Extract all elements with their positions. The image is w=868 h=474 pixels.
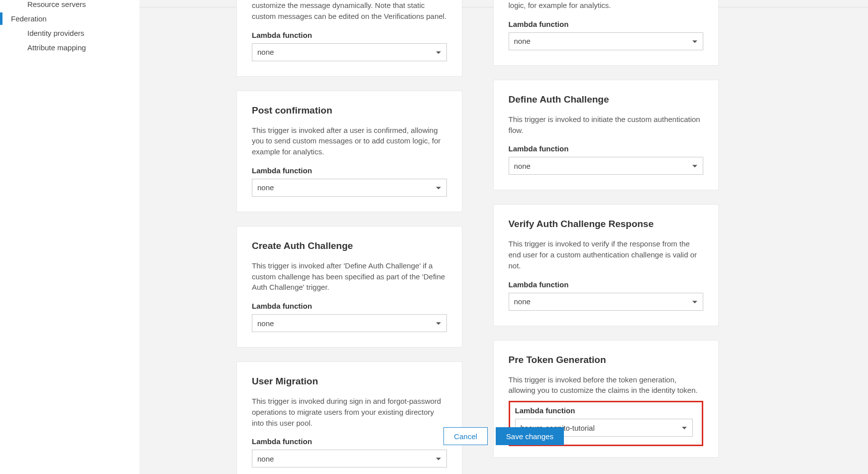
- card-description: This trigger is invoked during sign in a…: [252, 396, 447, 428]
- card-define-auth-challenge: Define Auth Challenge This trigger is in…: [493, 80, 719, 191]
- lambda-select-wrapper: none: [509, 32, 704, 50]
- lambda-select[interactable]: none: [509, 293, 704, 311]
- lambda-select[interactable]: none: [509, 157, 704, 175]
- field-label: Lambda function: [252, 31, 447, 39]
- card-verify-auth-challenge: Verify Auth Challenge Response This trig…: [493, 204, 719, 326]
- lambda-select-wrapper: none: [252, 314, 447, 332]
- lambda-select[interactable]: none: [252, 450, 447, 468]
- card-title: Pre Token Generation: [509, 355, 704, 365]
- field-label: Lambda function: [252, 302, 447, 310]
- card-description: customize the message dynamically. Note …: [252, 0, 447, 22]
- card-description: This trigger is invoked before the token…: [509, 374, 704, 396]
- lambda-select-wrapper: none: [252, 43, 447, 61]
- save-button[interactable]: Save changes: [496, 427, 564, 445]
- lambda-select-wrapper: none: [509, 293, 704, 311]
- sidebar-item-identity-providers[interactable]: Identity providers: [0, 26, 139, 40]
- sidebar: Resource servers Federation Identity pro…: [0, 0, 139, 474]
- card-user-migration: User Migration This trigger is invoked d…: [236, 361, 462, 474]
- card-description: This trigger is invoked to initiate the …: [509, 114, 704, 136]
- card-description: This trigger is invoked to verify if the…: [509, 238, 704, 271]
- card-description: logic, for example for analytics.: [509, 0, 704, 11]
- lambda-select-wrapper: none: [252, 450, 447, 468]
- field-label: Lambda function: [515, 406, 693, 415]
- card-title: User Migration: [252, 376, 447, 387]
- lambda-select[interactable]: none: [509, 32, 704, 50]
- field-label: Lambda function: [509, 144, 704, 153]
- card-title: Define Auth Challenge: [509, 94, 704, 105]
- card-create-auth-challenge: Create Auth Challenge This trigger is in…: [236, 226, 462, 348]
- card-title: Post confirmation: [252, 105, 447, 116]
- card-title: Create Auth Challenge: [252, 240, 447, 251]
- lambda-select-wrapper: none: [252, 179, 447, 197]
- sidebar-item-resource-servers[interactable]: Resource servers: [0, 0, 139, 11]
- card-post-confirmation: Post confirmation This trigger is invoke…: [236, 91, 462, 212]
- card-title: Verify Auth Challenge Response: [509, 219, 704, 230]
- sidebar-item-attribute-mapping[interactable]: Attribute mapping: [0, 40, 139, 55]
- lambda-select-wrapper: none: [509, 157, 704, 175]
- sidebar-item-federation[interactable]: Federation: [0, 11, 139, 26]
- card-custom-message: customize the message dynamically. Note …: [236, 0, 462, 77]
- field-label: Lambda function: [252, 166, 447, 175]
- card-post-auth: logic, for example for analytics. Lambda…: [493, 0, 719, 66]
- left-column: customize the message dynamically. Note …: [236, 0, 462, 474]
- lambda-select[interactable]: none: [252, 314, 447, 332]
- field-label: Lambda function: [509, 280, 704, 289]
- lambda-select[interactable]: none: [252, 43, 447, 61]
- cancel-button[interactable]: Cancel: [443, 427, 488, 445]
- field-label: Lambda function: [509, 20, 704, 28]
- card-description: This trigger is invoked after 'Define Au…: [252, 260, 447, 293]
- card-description: This trigger is invoked after a user is …: [252, 125, 447, 157]
- main-content: customize the message dynamically. Note …: [139, 0, 868, 474]
- action-row: Cancel Save changes: [139, 427, 868, 445]
- right-column: logic, for example for analytics. Lambda…: [493, 0, 719, 472]
- lambda-select[interactable]: none: [252, 179, 447, 197]
